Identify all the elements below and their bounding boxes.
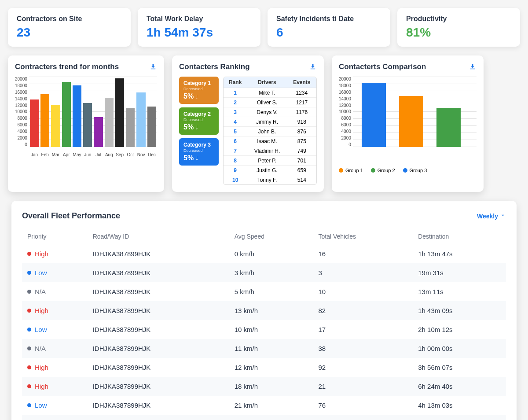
- ranking-row[interactable]: 2Oliver S.1217: [224, 98, 316, 107]
- fleet-row[interactable]: LowIDHJKA387899HJK3 km/h319m 31s: [22, 263, 506, 282]
- download-icon[interactable]: [309, 63, 317, 71]
- ranking-row[interactable]: 4Jimmy R.918: [224, 117, 316, 127]
- chevron-down-icon: [500, 212, 506, 220]
- y-axis: 2000018000160001400012000100008000600040…: [339, 77, 353, 147]
- cell-dest: 6h 24m 40s: [413, 377, 506, 396]
- download-icon[interactable]: [149, 63, 157, 71]
- th-vehicles: Total Vehicles: [313, 228, 413, 244]
- cell-vehicles: 9: [313, 415, 413, 420]
- ranking-row[interactable]: 6Isaac M.875: [224, 136, 316, 146]
- cell-rank: 3: [224, 107, 247, 117]
- category-subtitle: Decreased: [183, 148, 214, 153]
- cell-priority: Low: [22, 396, 88, 415]
- ranking-row[interactable]: 8Peter P.701: [224, 156, 316, 166]
- kpi-card-delay: Total Work Delay 1h 54m 37s: [138, 8, 260, 47]
- cell-rank: 5: [224, 127, 247, 136]
- th-events: Events: [287, 77, 316, 88]
- arrow-down-icon: ↓: [195, 154, 198, 162]
- priority-dot-icon: [27, 365, 31, 369]
- priority-dot-icon: [27, 271, 31, 275]
- arrow-down-icon: ↓: [195, 92, 198, 100]
- bar-group-2: [399, 96, 423, 147]
- cell-priority: High: [22, 301, 88, 320]
- priority-dot-icon: [27, 403, 31, 407]
- cell-road: IDHJKA387899HJK: [88, 415, 229, 420]
- kpi-value: 1h 54m 37s: [147, 26, 252, 40]
- category-card-3[interactable]: Category 3Decreased5% ↓: [179, 138, 219, 166]
- bar-nov: [136, 92, 145, 147]
- x-label: Oct: [126, 152, 135, 157]
- cell-driver: Isaac M.: [247, 136, 287, 146]
- category-percent: 5% ↓: [183, 123, 214, 131]
- cell-dest: 57m 19s: [413, 415, 506, 420]
- priority-dot-icon: [27, 328, 31, 332]
- legend-item: Group 1: [339, 168, 363, 173]
- fleet-row[interactable]: N/AIDHJKA387899HJK25 km/h957m 19s: [22, 415, 506, 420]
- download-icon[interactable]: [469, 63, 477, 71]
- category-subtitle: Decreased: [183, 87, 214, 91]
- kpi-value: 23: [17, 26, 122, 40]
- cell-driver: Denys V.: [247, 107, 287, 117]
- fleet-row[interactable]: N/AIDHJKA387899HJK5 km/h1013m 11s: [22, 282, 506, 301]
- trend-chart: 2000018000160001400012000100008000600040…: [15, 77, 157, 162]
- category-percent: 5% ↓: [183, 92, 214, 100]
- chart-legend: Group 1Group 2Group 3: [339, 168, 477, 173]
- fleet-row[interactable]: HighIDHJKA387899HJK0 km/h161h 13m 47s: [22, 244, 506, 263]
- period-dropdown[interactable]: Weekly: [477, 212, 506, 220]
- ranking-table: Rank Drivers Events 1Mike T.12342Oliver …: [223, 77, 317, 185]
- priority-dot-icon: [27, 309, 31, 313]
- priority-label: N/A: [35, 345, 46, 352]
- fleet-row[interactable]: HighIDHJKA387899HJK13 km/h821h 43m 09s: [22, 301, 506, 320]
- kpi-label: Total Work Delay: [147, 15, 252, 23]
- category-subtitle: Decreased: [183, 118, 214, 122]
- kpi-card-contractors: Contractors on Site 23: [8, 8, 131, 47]
- ranking-row[interactable]: 10Tonny F.514: [224, 175, 316, 185]
- cell-driver: Tonny F.: [247, 175, 287, 185]
- fleet-row[interactable]: LowIDHJKA387899HJK10 km/h172h 10m 12s: [22, 320, 506, 339]
- category-percent: 5% ↓: [183, 154, 214, 162]
- fleet-row[interactable]: HighIDHJKA387899HJK12 km/h923h 56m 07s: [22, 358, 506, 377]
- ranking-row[interactable]: 9Justin G.659: [224, 166, 316, 175]
- x-label: Nov: [136, 152, 145, 157]
- cell-dest: 3h 56m 07s: [413, 358, 506, 377]
- cell-speed: 0 km/h: [229, 244, 313, 263]
- bar-dec: [147, 107, 156, 147]
- cell-priority: N/A: [22, 415, 88, 420]
- fleet-row[interactable]: N/AIDHJKA387899HJK11 km/h381h 00m 00s: [22, 339, 506, 358]
- legend-item: Group 2: [371, 168, 395, 173]
- fleet-row[interactable]: HighIDHJKA387899HJK18 km/h216h 24m 40s: [22, 377, 506, 396]
- th-dest: Destination: [413, 228, 506, 244]
- th-drivers: Drivers: [247, 77, 287, 88]
- comparison-chart-card: Contacterts Comparison 20000180001600014…: [332, 55, 484, 192]
- ranking-row[interactable]: 1Mike T.1234: [224, 88, 316, 98]
- legend-label: Group 1: [345, 168, 363, 173]
- category-card-1[interactable]: Category 1Decreased5% ↓: [179, 77, 219, 104]
- y-axis: 2000018000160001400012000100008000600040…: [15, 77, 29, 147]
- cell-rank: 1: [224, 88, 247, 98]
- x-label: Feb: [40, 152, 49, 157]
- cell-speed: 13 km/h: [229, 301, 313, 320]
- cell-vehicles: 38: [313, 339, 413, 358]
- x-label: Sep: [115, 152, 124, 157]
- cell-driver: Peter P.: [247, 156, 287, 166]
- cell-rank: 2: [224, 98, 247, 107]
- x-label: Mar: [51, 152, 60, 157]
- priority-dot-icon: [27, 290, 31, 294]
- ranking-categories: Category 1Decreased5% ↓Category 2Decreas…: [179, 77, 219, 185]
- ranking-row[interactable]: 5John B.876: [224, 127, 316, 136]
- kpi-label: Contractors on Site: [17, 15, 122, 23]
- priority-label: Low: [35, 269, 47, 276]
- x-label: May: [73, 152, 81, 157]
- cell-vehicles: 82: [313, 301, 413, 320]
- cell-road: IDHJKA387899HJK: [88, 263, 229, 282]
- cell-road: IDHJKA387899HJK: [88, 377, 229, 396]
- th-road: Road/Way ID: [88, 228, 229, 244]
- fleet-row[interactable]: LowIDHJKA387899HJK21 km/h764h 13m 03s: [22, 396, 506, 415]
- plot-area: JanFebMarAprMayJunJulAugSepOctNovDec: [29, 77, 157, 162]
- x-label: Jan: [30, 152, 39, 157]
- ranking-row[interactable]: 7Vladimir H.749: [224, 146, 316, 156]
- category-card-2[interactable]: Category 2Decreased5% ↓: [179, 107, 219, 135]
- cell-vehicles: 3: [313, 263, 413, 282]
- cell-vehicles: 92: [313, 358, 413, 377]
- ranking-row[interactable]: 3Denys V.1176: [224, 107, 316, 117]
